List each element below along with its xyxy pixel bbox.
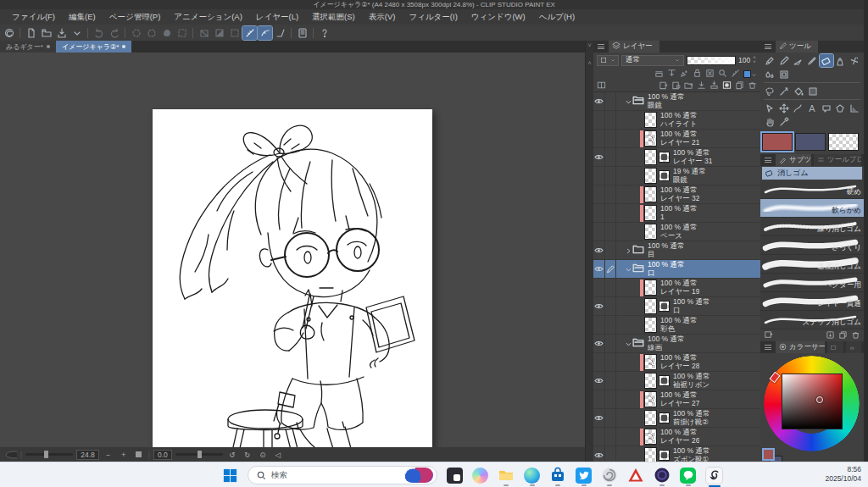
layer-row-11[interactable]: 100 % 通常口 [593, 297, 760, 316]
layer-mask-thumbnail[interactable] [659, 412, 670, 423]
subtool-item-0[interactable]: 硬め [760, 180, 864, 199]
layer-thumbnail[interactable] [644, 317, 657, 333]
folder-expand-icon[interactable] [625, 336, 632, 351]
selection-launcher-icon[interactable] [227, 26, 242, 40]
subtool-item-7[interactable]: スナップ消しゴム [760, 311, 864, 329]
layer-row-folder-0[interactable]: 100 % 通常眼鏡 [593, 92, 760, 111]
layer-row-12[interactable]: 100 % 通常彩色 [593, 316, 760, 335]
menu-item-1[interactable]: 編集(E) [62, 12, 103, 23]
tool-curvet-icon[interactable] [791, 102, 804, 114]
tab-tool-property[interactable]: ツールプロパティ [814, 154, 861, 166]
layer-thumbnail[interactable] [644, 130, 657, 147]
taskbar-app-spiral-app[interactable] [601, 467, 618, 484]
zoom-in-icon[interactable]: + [118, 449, 130, 460]
menu-item-7[interactable]: フィルター(I) [402, 12, 464, 23]
subtool-item-3[interactable]: ざっくり [760, 236, 864, 255]
deselect-icon[interactable] [129, 26, 143, 40]
tool-bucket-icon[interactable] [792, 85, 805, 97]
tool-objcur-icon[interactable] [763, 102, 776, 114]
menu-item-9[interactable]: ヘルプ(H) [532, 12, 581, 23]
menu-item-4[interactable]: レイヤー(L) [249, 12, 305, 23]
layer-thumbnail[interactable] [644, 354, 657, 370]
undo-icon[interactable] [92, 26, 106, 40]
tab-subtool[interactable]: サブツール [776, 154, 811, 166]
layer-visibility-8[interactable] [593, 241, 605, 259]
system-tray-clock[interactable]: 8:56 2025/10/04 [825, 465, 861, 483]
help-icon[interactable] [317, 26, 331, 40]
layer-row-5[interactable]: 100 % 通常レイヤー 32 [593, 185, 760, 204]
panel-menu-icon[interactable] [763, 158, 773, 163]
tab-tools[interactable]: ツール [776, 41, 818, 53]
taskbar-app-line[interactable] [680, 468, 696, 484]
layer-thumbnail[interactable] [644, 373, 657, 389]
layer-visibility-16[interactable] [593, 390, 605, 408]
reset-view-icon[interactable]: ⊙ [257, 449, 269, 460]
layer-thumbnail[interactable] [644, 186, 657, 202]
layer-visibility-14[interactable] [593, 353, 605, 371]
layer-row-2[interactable]: 100 % 通常レイヤー 21 [593, 130, 760, 148]
panel-scroll-strip[interactable]: ˅ ˄ [585, 41, 593, 462]
layer-thumbnail[interactable] [644, 112, 657, 128]
menu-item-2[interactable]: ページ管理(P) [103, 12, 168, 23]
taskbar-app-purple-app[interactable] [654, 467, 670, 484]
taskbar-app-twitter[interactable] [576, 468, 592, 484]
layer-visibility-15[interactable] [593, 372, 605, 390]
layer-row-6[interactable]: 100 % 通常1 [593, 204, 760, 223]
search-highlight-image[interactable] [404, 468, 433, 483]
taskbar-app-edge[interactable] [524, 468, 540, 484]
tool-gradient-icon[interactable] [806, 85, 820, 97]
subtool-item-5[interactable]: ベクター用 [760, 274, 864, 292]
layer-visibility-19[interactable] [593, 446, 605, 462]
layer-mask-thumbnail[interactable] [659, 301, 670, 312]
tool-balloon-icon[interactable] [820, 102, 833, 114]
layer-mask-thumbnail[interactable] [659, 375, 670, 386]
layer-row-18[interactable]: 100 % 通常レイヤー 26 [593, 428, 760, 446]
tool-sparkle-icon[interactable] [848, 54, 861, 67]
subtool-group-eraser[interactable]: 消しゴム [762, 167, 862, 180]
subtool-item-4[interactable]: 速度消しゴム [760, 255, 864, 274]
tab-color-circle[interactable]: カラーサークル [776, 341, 825, 353]
layer-visibility-10[interactable] [593, 279, 605, 296]
subtool-item-2[interactable]: 練り消しゴム [760, 218, 864, 236]
document-tab-0[interactable]: みるギター* [0, 41, 56, 53]
zoom-out-icon[interactable]: − [103, 449, 114, 460]
opacity-stepper[interactable]: ˄˅ [753, 56, 756, 64]
menu-item-6[interactable]: 表示(V) [362, 12, 403, 23]
taskbar-app-file-explorer[interactable] [498, 467, 515, 484]
layer-row-19[interactable]: 100 % 通常ズボン靴① [593, 446, 760, 462]
layer-thumbnail[interactable] [644, 149, 657, 165]
subtool-item-6[interactable]: レイヤー貫通 [760, 292, 864, 311]
start-button[interactable] [222, 468, 238, 484]
taskbar-search[interactable]: 検索 [248, 466, 437, 484]
main-color-swatch[interactable] [762, 133, 793, 151]
invert-selection-icon[interactable] [159, 26, 174, 40]
tool-rulerc-icon[interactable] [848, 102, 861, 114]
layer-row-15[interactable]: 100 % 通常袖裾リボン [593, 372, 760, 390]
layer-visibility-7[interactable] [593, 223, 605, 241]
layer-thumbnail[interactable] [644, 447, 657, 462]
layer-mask-thumbnail[interactable] [659, 450, 670, 461]
register-subtool-icon[interactable] [764, 328, 773, 343]
selection-border-icon[interactable] [175, 26, 189, 40]
tab-color-slider[interactable] [827, 341, 843, 353]
layer-thumbnail[interactable] [644, 279, 657, 296]
layer-thumbnail[interactable] [644, 391, 657, 407]
panel-menu-icon[interactable] [596, 44, 606, 49]
layer-row-folder-9[interactable]: 100 % 通常口 [593, 260, 760, 279]
layer-visibility-5[interactable] [593, 185, 605, 203]
navigator-icon[interactable] [5, 449, 17, 460]
taskbar-app-task-view[interactable] [447, 468, 463, 484]
snap-to-special-ruler-icon[interactable] [258, 26, 272, 40]
rotate-cw-icon[interactable]: ↻ [242, 449, 253, 460]
layer-row-16[interactable]: 100 % 通常レイヤー 27 [593, 390, 760, 409]
transparent-color-swatch[interactable] [828, 133, 859, 151]
tool-pen-icon[interactable] [777, 54, 791, 67]
tool-eraser-t-icon[interactable] [820, 54, 833, 67]
taskbar-app-clip-studio-paint[interactable] [705, 467, 723, 484]
sv-square[interactable] [782, 374, 843, 429]
layer-row-1[interactable]: 100 % 通常ハイライト [593, 111, 760, 130]
tool-dropper-icon[interactable] [777, 115, 791, 128]
layer-visibility-1[interactable] [593, 111, 605, 129]
zoom-slider[interactable] [25, 453, 73, 456]
layer-visibility-0[interactable] [593, 92, 605, 110]
